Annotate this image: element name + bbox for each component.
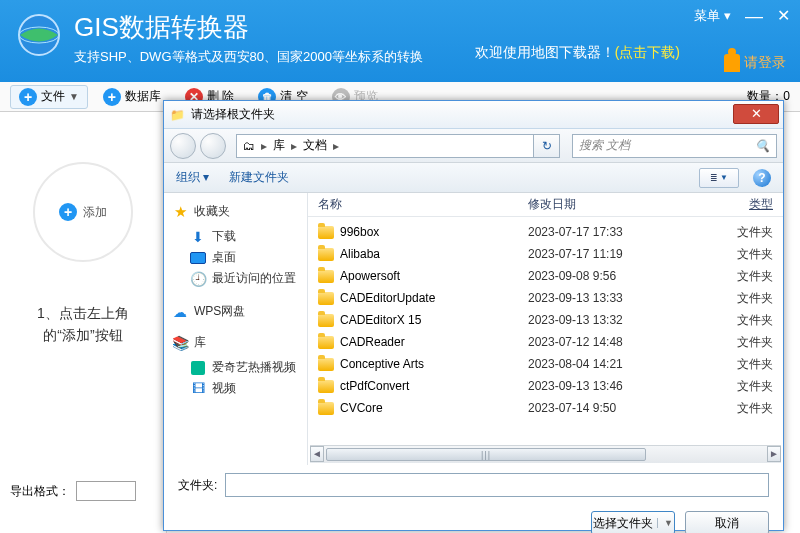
scroll-left-arrow[interactable]: ◄ (310, 446, 324, 462)
list-item[interactable]: CADReader2023-07-12 14:48文件夹 (308, 331, 783, 353)
dialog-footer: 文件夹: 选择文件夹▼ 取消 (164, 465, 783, 533)
export-form: 导出格式： 源坐标系 (10, 479, 136, 527)
left-panel: + 添加 1、点击左上角 的“添加”按钮 (0, 112, 167, 533)
app-logo-icon (14, 10, 64, 60)
tree-iqiyi[interactable]: 爱奇艺热播视频 (172, 357, 299, 378)
select-folder-button[interactable]: 选择文件夹▼ (591, 511, 675, 533)
plus-icon: + (103, 88, 121, 106)
library-icon: 📚 (172, 335, 188, 351)
user-icon (724, 54, 740, 72)
dialog-close-button[interactable]: ✕ (733, 104, 779, 124)
file-button[interactable]: + 文件 ▼ (10, 85, 88, 109)
plus-icon: + (59, 203, 77, 221)
list-item[interactable]: Alibaba2023-07-17 11:19文件夹 (308, 243, 783, 265)
list-item[interactable]: Apowersoft2023-09-08 9:56文件夹 (308, 265, 783, 287)
view-mode-button[interactable]: ≣▼ (699, 168, 739, 188)
app-title: GIS数据转换器 (74, 10, 249, 45)
list-item[interactable]: CADEditorUpdate2023-09-13 13:33文件夹 (308, 287, 783, 309)
refresh-icon: ↻ (542, 139, 552, 153)
cancel-button[interactable]: 取消 (685, 511, 769, 533)
refresh-button[interactable]: ↻ (534, 134, 560, 158)
tree-libraries[interactable]: 📚库 (172, 334, 299, 351)
app-subtitle: 支持SHP、DWG等格式及西安80、国家2000等坐标系的转换 (74, 48, 423, 66)
chevron-down-icon: ▼ (69, 91, 79, 102)
tree-videos[interactable]: 🎞视频 (172, 378, 299, 399)
welcome-text[interactable]: 欢迎使用地图下载器！(点击下载) (475, 44, 680, 62)
database-button[interactable]: + 数据库 (94, 85, 170, 109)
add-circle-button[interactable]: + 添加 (33, 162, 133, 262)
login-button[interactable]: 请登录 (724, 54, 786, 72)
search-icon: 🔍 (755, 139, 770, 153)
folder-icon (318, 380, 334, 393)
folder-icon (318, 314, 334, 327)
list-item[interactable]: ctPdfConvert2023-09-13 13:46文件夹 (308, 375, 783, 397)
tree-wps[interactable]: ☁WPS网盘 (172, 303, 299, 320)
horizontal-scrollbar[interactable]: ◄ ||| ► (310, 445, 781, 463)
nav-forward-button[interactable] (200, 133, 226, 159)
dialog-toolbar: 组织 ▾ 新建文件夹 ≣▼ ? (164, 163, 783, 193)
folder-icon (318, 358, 334, 371)
download-icon: ⬇ (190, 229, 206, 245)
col-name[interactable]: 名称 (318, 196, 528, 213)
folder-name-input[interactable] (225, 473, 769, 497)
col-date[interactable]: 修改日期 (528, 196, 688, 213)
list-item[interactable]: 996box2023-07-17 17:33文件夹 (308, 221, 783, 243)
library-icon: 🗂 (243, 139, 255, 153)
new-folder-button[interactable]: 新建文件夹 (229, 169, 289, 186)
folder-icon (318, 270, 334, 283)
search-placeholder: 搜索 文档 (579, 137, 630, 154)
iqiyi-icon (190, 360, 206, 376)
tree-desktop[interactable]: 桌面 (172, 247, 299, 268)
help-button[interactable]: ? (753, 169, 771, 187)
search-input[interactable]: 搜索 文档 🔍 (572, 134, 777, 158)
organize-menu[interactable]: 组织 ▾ (176, 169, 209, 186)
folder-tree: ★收藏夹 ⬇下载 桌面 🕘最近访问的位置 ☁WPS网盘 📚库 爱奇艺热播视频 🎞… (164, 193, 308, 465)
recent-icon: 🕘 (190, 271, 206, 287)
file-list: 名称 修改日期 类型 996box2023-07-17 17:33文件夹Alib… (308, 193, 783, 465)
app-header: 菜单 ▾ — ✕ GIS数据转换器 支持SHP、DWG等格式及西安80、国家20… (0, 0, 800, 82)
folder-picker-dialog: 📁 请选择根文件夹 ✕ 🗂 ▸ 库 ▸ 文档 ▸ ↻ 搜索 文档 🔍 组织 ▾ … (163, 100, 784, 531)
export-format-input[interactable] (76, 481, 136, 501)
list-item[interactable]: CVCore2023-07-14 9:50文件夹 (308, 397, 783, 419)
dialog-nav: 🗂 ▸ 库 ▸ 文档 ▸ ↻ 搜索 文档 🔍 (164, 129, 783, 163)
dialog-title: 请选择根文件夹 (191, 106, 275, 123)
breadcrumb[interactable]: 🗂 ▸ 库 ▸ 文档 ▸ (236, 134, 534, 158)
folder-icon (318, 402, 334, 415)
tree-downloads[interactable]: ⬇下载 (172, 226, 299, 247)
list-header[interactable]: 名称 修改日期 类型 (308, 193, 783, 217)
close-button[interactable]: ✕ (777, 6, 790, 25)
folder-field-label: 文件夹: (178, 477, 217, 494)
folder-icon (318, 292, 334, 305)
tree-favorites[interactable]: ★收藏夹 (172, 203, 299, 220)
list-item[interactable]: CADEditorX 152023-09-13 13:32文件夹 (308, 309, 783, 331)
folder-icon (318, 248, 334, 261)
folder-icon: 📁 (170, 108, 185, 122)
scroll-right-arrow[interactable]: ► (767, 446, 781, 462)
desktop-icon (190, 250, 206, 266)
hint-text: 1、点击左上角 的“添加”按钮 (0, 302, 166, 347)
export-format-label: 导出格式： (10, 483, 70, 500)
film-icon: 🎞 (190, 381, 206, 397)
col-type[interactable]: 类型 (688, 196, 773, 213)
plus-icon: + (19, 88, 37, 106)
scrollbar-thumb[interactable]: ||| (326, 448, 646, 461)
nav-back-button[interactable] (170, 133, 196, 159)
folder-icon (318, 336, 334, 349)
folder-icon (318, 226, 334, 239)
list-item[interactable]: Conceptive Arts2023-08-04 14:21文件夹 (308, 353, 783, 375)
dialog-titlebar[interactable]: 📁 请选择根文件夹 ✕ (164, 101, 783, 129)
star-icon: ★ (172, 204, 188, 220)
tree-recent[interactable]: 🕘最近访问的位置 (172, 268, 299, 289)
menu-dropdown[interactable]: 菜单 ▾ (694, 7, 731, 25)
minimize-button[interactable]: — (745, 12, 763, 20)
cloud-icon: ☁ (172, 304, 188, 320)
